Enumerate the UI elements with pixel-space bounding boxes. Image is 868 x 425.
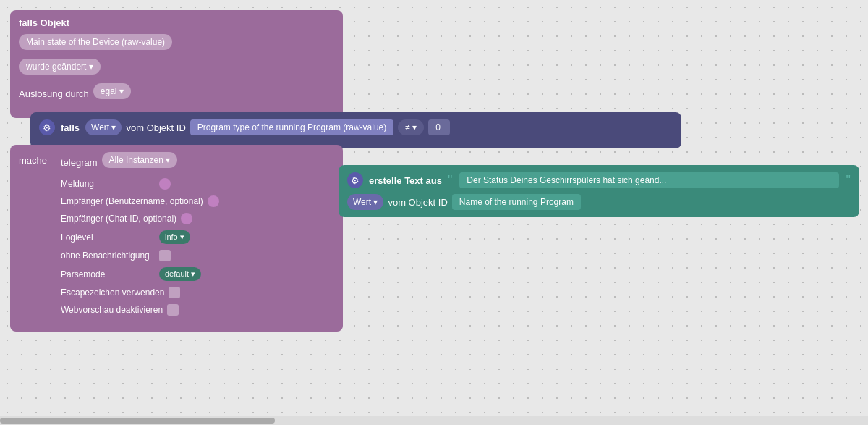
value-pill[interactable]: 0 (428, 119, 450, 135)
mache-block: mache telegram Alle Instanzen ▾ Meldung … (10, 145, 343, 332)
no-notification-row: ohne Benachrichtigung (61, 250, 334, 261)
trigger-dropdown[interactable]: egal ▾ (93, 83, 131, 99)
object-name-pill[interactable]: Name of the running Program (452, 194, 581, 210)
escape-label: Escapezeichen verwenden (61, 287, 164, 298)
webpreview-row: Webvorschau deaktivieren (61, 304, 334, 316)
vom-objekt-label-2: vom Objekt ID (388, 197, 447, 208)
operator-dropdown[interactable]: ≠ ▾ (398, 119, 424, 135)
quote-right-icon: " (846, 173, 851, 188)
escape-row: Escapezeichen verwenden (61, 287, 334, 298)
telegram-block: telegram Alle Instanzen ▾ Meldung Empfän… (61, 152, 334, 321)
recipient-user-connector (208, 195, 219, 207)
erstelle-text-block: ⚙ erstelle Text aus " Der Status Deines … (339, 165, 859, 217)
no-notification-label: ohne Benachrichtigung (61, 251, 155, 261)
meldung-row: Meldung (61, 178, 334, 190)
instances-dropdown[interactable]: Alle Instanzen ▾ (102, 152, 178, 168)
change-dropdown[interactable]: wurde geändert ▾ (19, 59, 101, 75)
loglevel-label: Loglevel (61, 232, 155, 243)
mache-label: mache (19, 152, 55, 166)
falls-label: falls (61, 122, 80, 133)
erstelle-header: ⚙ erstelle Text aus " Der Status Deines … (347, 172, 851, 188)
outer-falls-block: falls Objekt Main state of the Device (r… (10, 10, 343, 118)
wert-objekt-row: Wert ▾ vom Objekt ID Name of the running… (347, 194, 851, 210)
falls-header: ⚙ falls Wert ▾ vom Objekt ID Program typ… (39, 119, 673, 135)
quote-left-icon: " (448, 173, 452, 188)
falls-condition-block: ⚙ falls Wert ▾ vom Objekt ID Program typ… (30, 112, 681, 148)
parsemode-dropdown[interactable]: default ▾ (159, 267, 201, 281)
no-notification-checkbox[interactable] (159, 250, 171, 261)
condition-row: Wert ▾ vom Objekt ID Program type of the… (85, 119, 450, 135)
telegram-service-label: telegram (61, 157, 98, 168)
parsemode-label: Parsemode (61, 269, 155, 279)
meldung-connector (159, 178, 171, 190)
scrollbar-thumb[interactable] (0, 418, 275, 424)
escape-checkbox[interactable] (169, 287, 180, 298)
text-content-pill[interactable]: Der Status Deines Geschirrspülers hat si… (459, 172, 838, 188)
recipient-chat-connector (181, 213, 192, 224)
recipient-user-row: Empfänger (Benutzername, optional) (61, 195, 334, 207)
wert-dropdown-2[interactable]: Wert ▾ (347, 194, 383, 210)
telegram-row: telegram Alle Instanzen ▾ (61, 152, 334, 172)
recipient-chat-row: Empfänger (Chat-ID, optional) (61, 213, 334, 224)
condition-object-pill[interactable]: Program type of the running Program (raw… (190, 119, 393, 135)
erstelle-label: erstelle Text aus (369, 175, 442, 186)
loglevel-row: Loglevel info ▾ (61, 230, 334, 244)
webpreview-checkbox[interactable] (167, 304, 179, 316)
loglevel-dropdown[interactable]: info ▾ (159, 230, 190, 244)
recipient-chat-label: Empfänger (Chat-ID, optional) (61, 214, 176, 224)
parsemode-row: Parsemode default ▾ (61, 267, 334, 281)
outer-block-header: falls Objekt (19, 17, 334, 28)
erstelle-gear-icon[interactable]: ⚙ (347, 172, 363, 188)
mache-row: mache telegram Alle Instanzen ▾ Meldung … (19, 152, 334, 321)
wert-dropdown[interactable]: Wert ▾ (85, 119, 122, 135)
meldung-label: Meldung (61, 179, 155, 189)
device-pill[interactable]: Main state of the Device (raw-value) (19, 34, 172, 50)
trigger-label: Auslösung durch (19, 88, 89, 99)
webpreview-label: Webvorschau deaktivieren (61, 305, 163, 315)
horizontal-scrollbar[interactable] (0, 416, 868, 425)
gear-icon[interactable]: ⚙ (39, 119, 55, 135)
recipient-user-label: Empfänger (Benutzername, optional) (61, 196, 203, 206)
vom-objekt-label: vom Objekt ID (126, 122, 185, 133)
